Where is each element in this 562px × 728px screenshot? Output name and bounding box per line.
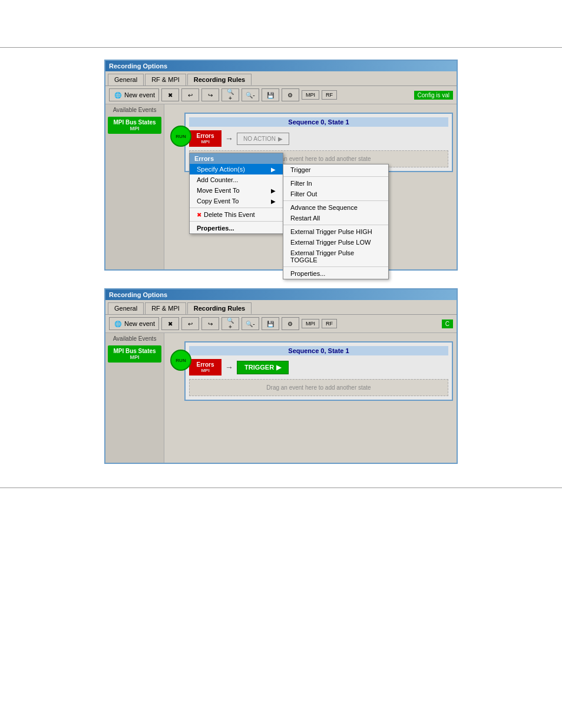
new-event-icon-2: 🌐 — [113, 319, 123, 328]
tab-recordingrules-2[interactable]: Recording Rules — [187, 302, 252, 314]
submenu-advance-item[interactable]: Advance the Sequence — [283, 202, 388, 213]
submenu-divider-1 — [283, 176, 388, 177]
delete-button-1[interactable]: ✖ — [161, 88, 179, 101]
submenu-extpulselow-item[interactable]: External Trigger Pulse LOW — [283, 237, 388, 248]
save-icon-1: 💾 — [266, 90, 275, 100]
redo-button-2[interactable]: ↪ — [201, 317, 219, 330]
delete-event-menu-item[interactable]: ✖ Delete This Event — [190, 209, 283, 220]
submenu-extpulsetoggle-item[interactable]: External Trigger Pulse TOGGLE — [283, 248, 388, 265]
context-menu-divider-2 — [190, 221, 283, 222]
sequence-title-2: Sequence 0, State 1 — [189, 346, 448, 355]
move-event-to-menu-item[interactable]: Move Event To ▶ — [190, 185, 283, 196]
zoom-in-button-1[interactable]: 🔍+ — [222, 88, 239, 101]
sequence-box-1: Sequence 0, State 1 Errors MPI → NO ACTI… — [184, 113, 453, 172]
specify-action-item: Specify Action(s) ▶ Trigger Filter In Fi… — [190, 164, 283, 174]
run-circle-2: RUN — [170, 350, 191, 371]
submenu-restartall-item[interactable]: Restart All — [283, 213, 388, 223]
submenu-divider-4 — [283, 266, 388, 267]
context-menu-1: Errors Specify Action(s) ▶ Trigger — [189, 153, 283, 234]
redo-icon-1: ↪ — [206, 90, 215, 100]
window-title-2: Recording Options — [109, 291, 167, 298]
config-valid-label-1: Config is val — [414, 91, 453, 100]
undo-button-2[interactable]: ↩ — [181, 317, 199, 330]
available-events-panel-2: Available Events MPI Bus States MPI — [105, 333, 164, 463]
redo-button-1[interactable]: ↪ — [201, 88, 219, 101]
mpi-btn-1[interactable]: MPI — [302, 90, 319, 100]
settings-button-2[interactable]: ⚙ — [282, 317, 299, 330]
window-tabs-2: General RF & MPI Recording Rules — [105, 300, 457, 315]
tab-general-2[interactable]: General — [108, 302, 144, 314]
new-event-button-2[interactable]: 🌐 New event — [109, 317, 159, 330]
mpi-bus-states-btn-2[interactable]: MPI Bus States MPI — [108, 345, 161, 363]
tab-rfmpi-1[interactable]: RF & MPI — [145, 74, 186, 85]
mpi-bus-states-btn-1[interactable]: MPI Bus States MPI — [108, 117, 161, 134]
recording-window-2: Recording Options General RF & MPI Recor… — [104, 288, 458, 464]
undo-icon-2: ↩ — [186, 319, 195, 328]
window-content-1: Available Events MPI Bus States MPI RUN … — [105, 104, 457, 269]
submenu-filterin-item[interactable]: Filter In — [283, 178, 388, 189]
submenu-properties-item[interactable]: Properties... — [283, 268, 388, 279]
zoom-in-button-2[interactable]: 🔍+ — [222, 317, 239, 330]
zoom-out-button-1[interactable]: 🔍- — [242, 88, 259, 101]
tab-general-1[interactable]: General — [108, 74, 144, 85]
arrow-connector-2: → — [225, 363, 233, 372]
run-circle-1: RUN — [170, 126, 191, 147]
config-label-2: C — [442, 319, 453, 328]
copy-event-to-menu-item[interactable]: Copy Event To ▶ — [190, 196, 283, 206]
window-titlebar-2: Recording Options — [105, 289, 457, 300]
zoom-out-button-2[interactable]: 🔍- — [242, 317, 259, 330]
event-row-2: Errors MPI → TRIGGER ▶ — [189, 359, 448, 375]
settings-button-1[interactable]: ⚙ — [282, 88, 299, 101]
submenu-1: Trigger Filter In Filter Out Advance the… — [283, 164, 389, 279]
tab-recordingrules-1[interactable]: Recording Rules — [187, 74, 252, 85]
window-toolbar-1: 🌐 New event ✖ ↩ ↪ 🔍+ 🔍- 💾 ⚙ — [105, 86, 457, 104]
delete-icon-2: ✖ — [166, 319, 175, 328]
new-event-button-1[interactable]: 🌐 New event — [109, 88, 159, 101]
tab-rfmpi-2[interactable]: RF & MPI — [145, 302, 186, 314]
save-button-1[interactable]: 💾 — [262, 88, 279, 101]
save-icon-2: 💾 — [266, 319, 275, 328]
trigger-arrow-icon: ▶ — [276, 364, 281, 371]
trigger-action-btn[interactable]: TRIGGER ▶ — [237, 361, 289, 374]
errors-btn-1[interactable]: Errors MPI — [189, 130, 222, 147]
undo-icon-1: ↩ — [186, 90, 195, 100]
settings-icon-2: ⚙ — [286, 319, 295, 328]
rf-btn-1[interactable]: RF — [322, 90, 337, 100]
delete-icon-1: ✖ — [166, 90, 175, 100]
move-event-arrow-icon: ▶ — [271, 187, 276, 194]
errors-btn-2[interactable]: Errors MPI — [189, 359, 222, 375]
sequence-area-2: RUN Sequence 0, State 1 Errors MPI → — [164, 333, 457, 463]
window-content-2: Available Events MPI Bus States MPI RUN … — [105, 333, 457, 463]
rf-btn-2[interactable]: RF — [322, 319, 337, 328]
available-events-panel-1: Available Events MPI Bus States MPI — [105, 104, 164, 269]
zoom-out-icon-1: 🔍- — [246, 90, 255, 100]
context-menu-divider-1 — [190, 207, 283, 208]
submenu-filterout-item[interactable]: Filter Out — [283, 189, 388, 199]
properties-menu-item[interactable]: Properties... — [190, 223, 283, 233]
window-toolbar-2: 🌐 New event ✖ ↩ ↪ 🔍+ 🔍- 💾 ⚙ — [105, 315, 457, 333]
specify-action-menu-item[interactable]: Specify Action(s) ▶ — [190, 164, 283, 174]
no-action-btn-1[interactable]: NO ACTION ▶ — [237, 133, 289, 145]
screenshot1-area: Recording Options General RF & MPI Recor… — [0, 60, 562, 271]
context-menu-header-1: Errors — [190, 153, 283, 164]
submenu-divider-2 — [283, 200, 388, 201]
available-events-label-2: Available Events — [108, 335, 161, 342]
event-row-1: Errors MPI → NO ACTION ▶ Errors — [189, 130, 448, 147]
arrow-connector-1: → — [225, 134, 233, 143]
new-event-icon-1: 🌐 — [113, 90, 123, 100]
submenu-trigger-item[interactable]: Trigger — [283, 164, 388, 175]
save-button-2[interactable]: 💾 — [262, 317, 279, 330]
screenshot2-area: Recording Options General RF & MPI Recor… — [0, 288, 562, 464]
sequence-title-1: Sequence 0, State 1 — [189, 117, 448, 127]
recording-window-1: Recording Options General RF & MPI Recor… — [104, 60, 458, 271]
delete-button-2[interactable]: ✖ — [161, 317, 179, 330]
window-tabs-1: General RF & MPI Recording Rules — [105, 71, 457, 86]
undo-button-1[interactable]: ↩ — [181, 88, 199, 101]
zoom-out-icon-2: 🔍- — [246, 319, 255, 328]
zoom-in-icon-2: 🔍+ — [226, 319, 235, 328]
mpi-btn-2[interactable]: MPI — [302, 319, 319, 328]
add-counter-menu-item[interactable]: Add Counter... — [190, 174, 283, 185]
available-events-label-1: Available Events — [108, 107, 161, 113]
no-action-arrow-icon: ▶ — [278, 136, 283, 142]
submenu-extpulsehigh-item[interactable]: External Trigger Pulse HIGH — [283, 226, 388, 237]
